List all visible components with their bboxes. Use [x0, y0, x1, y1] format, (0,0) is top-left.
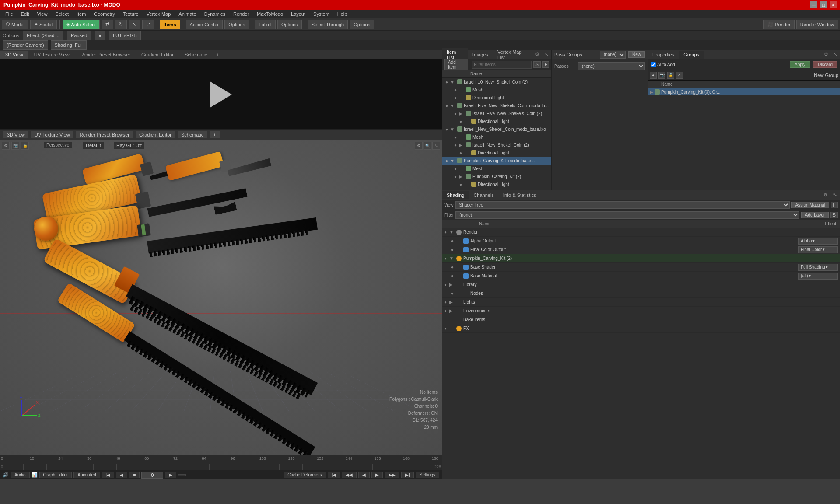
go-start-button[interactable]: |◀ [102, 472, 115, 478]
list-item[interactable]: ● Directional Light [442, 117, 551, 125]
effect-button[interactable]: Effect: (Shadi... [23, 31, 63, 40]
frame-input[interactable]: 0 [141, 472, 163, 479]
pg-settings-icon[interactable]: ⚙ [821, 51, 831, 58]
sp-expand-7[interactable]: ▶ [449, 282, 456, 287]
group-eye-btn[interactable]: ● [650, 72, 657, 79]
tab-gradient[interactable]: Gradient Editor [136, 51, 179, 59]
transform-scale[interactable]: ⤡ [129, 20, 140, 29]
viewport-3d[interactable]: ⚙ 📷 🔒 Perspective Default Ray GL: Off ⚙ … [0, 140, 442, 455]
il-settings-icon[interactable]: ⚙ [532, 51, 542, 58]
pass-groups-new-button[interactable]: New [628, 51, 645, 58]
lut-button[interactable]: LUT: sRGB [109, 31, 141, 40]
auto-select-button[interactable]: ◈ Auto Select [63, 20, 100, 29]
maximize-button[interactable]: □ [820, 1, 827, 8]
shading-item[interactable]: ● ▼ Pumpkin_Carving_Kit (2) [442, 254, 840, 263]
sp-effect-dd-2[interactable]: Alpha [798, 238, 838, 245]
sp-vis-8[interactable]: ● [451, 291, 456, 296]
expand-7[interactable]: ▼ [450, 127, 457, 132]
sp-vis-10[interactable]: ● [444, 308, 449, 313]
options-button-1[interactable]: Options [224, 20, 249, 29]
mode-model[interactable]: ⬡ Model [2, 20, 28, 29]
sp-effect-dd-3[interactable]: Final Color [798, 246, 838, 253]
menu-item[interactable]: Item [73, 10, 89, 18]
expand-4[interactable]: ▼ [450, 103, 457, 108]
list-item[interactable]: ● ▼ Pumpkin_Carving_Kit_modo_base... [442, 157, 551, 164]
mode-sculpt[interactable]: ✦ Sculpt [30, 20, 57, 29]
menu-help[interactable]: Help [334, 10, 351, 18]
bb-prev3-btn[interactable]: ◀ [358, 472, 370, 478]
options-button-3[interactable]: Options [350, 20, 374, 29]
menu-view[interactable]: View [34, 10, 51, 18]
sp-vis-4[interactable]: ● [444, 256, 449, 261]
list-item[interactable]: ● ▶ Israeli_Five_New_Shekels_Coin (2) [442, 109, 551, 117]
group-lock-btn[interactable]: 🔒 [667, 72, 674, 79]
shading-item[interactable]: ● ▶ Environments [442, 307, 840, 315]
vp-schematic-label[interactable]: Schematic [178, 131, 207, 138]
menu-maxtomodo[interactable]: MaxToModo [253, 10, 287, 18]
sp-expand-10[interactable]: ▶ [449, 308, 456, 313]
shading-item[interactable]: ● ▶ Lights [442, 298, 840, 307]
auto-add-check[interactable]: Auto Add [651, 62, 675, 67]
vp-add-label[interactable]: + [210, 131, 219, 138]
sp-vis-1[interactable]: ● [444, 230, 449, 234]
sp-expand-4[interactable]: ▼ [449, 256, 456, 261]
shading-item[interactable]: Bake Items [442, 315, 840, 324]
menu-vertex-map[interactable]: Vertex Map [143, 10, 175, 18]
shading-button[interactable]: Shading: Full [51, 40, 87, 50]
transform-mirror[interactable]: ⇌ [142, 20, 154, 29]
sp-vis-7[interactable]: ● [444, 282, 449, 287]
menu-texture[interactable]: Texture [119, 10, 142, 18]
bb-prev2-btn[interactable]: ◀◀ [342, 472, 357, 478]
filter-items-input[interactable] [472, 61, 532, 69]
action-center-button[interactable]: Action Center [186, 20, 223, 29]
settings-button[interactable]: Settings [416, 472, 439, 478]
render-camera-button[interactable]: (Render Camera) [3, 40, 48, 50]
tab-images[interactable]: Images [468, 51, 493, 59]
vis-icon-7[interactable]: ● [444, 127, 449, 132]
vp-mode-label[interactable]: 3D View [4, 131, 28, 138]
list-item[interactable]: ● Directional Light [442, 94, 551, 102]
render-window-button[interactable]: Render Window [796, 20, 838, 29]
add-item-button[interactable]: Add Item [444, 59, 468, 70]
sp-vis-3[interactable]: ● [451, 247, 456, 252]
shading-item[interactable]: ● Nodes [442, 289, 840, 298]
pass-groups-none-select[interactable]: (none) [600, 51, 626, 59]
tab-3d-view[interactable]: 3D View [0, 51, 29, 59]
filter-s-button[interactable]: S [533, 61, 541, 68]
tab-uv-texture[interactable]: UV Texture View [29, 51, 75, 59]
tab-render-preset[interactable]: Render Preset Browser [75, 51, 136, 59]
play-label-button[interactable] [178, 474, 186, 476]
list-item[interactable]: ● ▼ Israeli_10_New_Shekel_Coin (2) [442, 78, 551, 86]
vis-icon-2[interactable]: ● [453, 88, 458, 92]
filter-select[interactable]: (none) [455, 211, 799, 219]
transform-move[interactable]: ⇄ [102, 20, 113, 29]
tab-groups[interactable]: Groups [679, 51, 704, 59]
sp-vis-2[interactable]: ● [451, 238, 456, 243]
vis-icon-10[interactable]: ● [458, 150, 463, 155]
play-forward-button[interactable]: ▶ [165, 472, 176, 478]
sp-effect-dd-6[interactable]: (all) [798, 273, 838, 280]
vis-icon-6[interactable]: ● [458, 119, 463, 124]
assign-material-button[interactable]: Assign Material [791, 202, 829, 208]
shading-item[interactable]: ● FX [442, 324, 840, 333]
tab-schematic[interactable]: Schematic [179, 51, 213, 59]
shading-item[interactable]: ● ▶ Library [442, 280, 840, 289]
vis-icon-14[interactable]: ● [458, 182, 463, 187]
list-item[interactable]: ● Directional Light [442, 149, 551, 157]
bb-prev1-btn[interactable]: |◀ [328, 472, 340, 478]
expand-11[interactable]: ▼ [450, 158, 457, 163]
menu-animate[interactable]: Animate [175, 10, 200, 18]
timeline-ruler[interactable]: 0 12 24 36 48 60 72 84 96 108 120 132 14… [0, 455, 442, 470]
sp-settings-icon[interactable]: ⚙ [821, 191, 830, 199]
sp-effect-dd-5[interactable]: Full Shading [798, 264, 838, 271]
pg-expand-icon[interactable]: ⤡ [831, 51, 840, 58]
sp-vis-9[interactable]: ● [444, 300, 449, 304]
sp-expand-1[interactable]: ▼ [449, 230, 456, 234]
items-button[interactable]: Items [160, 20, 180, 29]
expand-9[interactable]: ▶ [459, 143, 466, 147]
add-layer-button[interactable]: Add Layer [801, 212, 829, 218]
vis-icon-11[interactable]: ● [444, 158, 449, 163]
menu-dynamics[interactable]: Dynamics [201, 10, 229, 18]
menu-system[interactable]: System [310, 10, 333, 18]
paused-button[interactable]: Paused [67, 31, 91, 40]
